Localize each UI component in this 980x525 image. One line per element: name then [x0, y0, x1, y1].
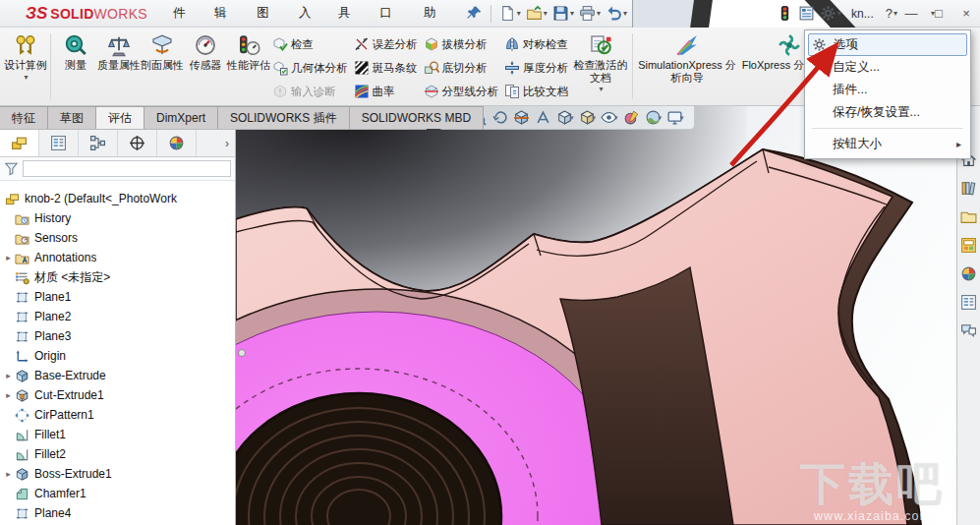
commandmanager-tab[interactable]: SOLIDWORKS MBD [349, 106, 484, 129]
tree-item[interactable]: Plane4 [2, 503, 235, 523]
undo-icon [605, 5, 622, 22]
menu-item-options[interactable]: 选项 [808, 33, 967, 56]
save-button[interactable]: ▾ [550, 3, 576, 24]
check-active-document-button[interactable]: 检查激活的文档▾ [572, 29, 629, 103]
undercut-analysis-button[interactable]: 底切分析 [422, 56, 503, 80]
open-document-button[interactable]: ▾ [524, 3, 549, 24]
file-properties-icon [798, 5, 815, 22]
chevron-down-icon: ▾ [517, 9, 521, 18]
parting-line-analysis-button[interactable]: 分型线分析 [422, 80, 503, 103]
compare-documents-button[interactable]: 比较文档 [502, 80, 572, 103]
menu-item-add-ins[interactable]: 插件... [808, 79, 967, 101]
apply-scene-button[interactable]: ▾ [645, 109, 663, 126]
sensor-button[interactable]: 传感器 [184, 29, 227, 103]
deviation-analysis-button[interactable]: 误差分析 [352, 32, 422, 56]
custom-properties-button[interactable] [959, 292, 979, 312]
appearances-scenes-button[interactable] [959, 263, 979, 283]
edit-appearance-button[interactable] [623, 109, 640, 126]
tree-item[interactable]: ▸Cut-Extrude1 [2, 385, 235, 405]
expand-arrow-icon[interactable]: ▸ [2, 469, 15, 479]
panel-splitter-handle[interactable] [238, 349, 246, 357]
close-button[interactable]: × [952, 1, 980, 27]
rebuild-traffic-light-button[interactable] [775, 3, 795, 24]
mass-properties-button[interactable]: 质量属性 [97, 29, 141, 103]
options-gear-button[interactable]: ▾ [818, 3, 843, 24]
view-palette-button[interactable] [959, 235, 979, 255]
tree-item[interactable]: ▸Boss-Extrude1 [2, 464, 235, 484]
draft-analysis-button[interactable]: 拔模分析 [422, 32, 503, 56]
geometry-analysis-button[interactable]: 几何体分析 [270, 56, 352, 80]
commandmanager-tab[interactable]: 评估 [95, 106, 144, 129]
tree-item-root[interactable]: knob-2 (Default<_PhotoWork [2, 189, 235, 208]
tree-filter-row [0, 157, 235, 181]
menu-item-save-restore-settings[interactable]: 保存/恢复设置... [808, 101, 967, 124]
maximize-button[interactable]: □ [925, 1, 952, 27]
file-explorer-button[interactable] [959, 206, 979, 226]
minimize-button[interactable]: — [897, 1, 925, 27]
new-document-button[interactable]: ▾ [497, 3, 523, 24]
undo-button[interactable]: ▾ [604, 3, 629, 24]
menu-item-button-size[interactable]: 按钮大小▸ [808, 133, 967, 155]
dimxpertmanager-icon [129, 135, 145, 151]
section-properties-button[interactable]: 剖面属性 [141, 29, 184, 103]
design-study-button[interactable]: 设计算例▾ [4, 29, 47, 103]
tree-filter-input[interactable] [23, 160, 231, 177]
chevron-down-icon: ▾ [570, 9, 574, 18]
commandmanager-tab[interactable]: 草图 [47, 106, 96, 129]
chevron-down-icon: ▾ [597, 9, 601, 18]
help-button[interactable]: ?▾ [886, 6, 897, 21]
panel-tab-featuremanager[interactable] [0, 130, 39, 156]
pin-button[interactable] [464, 3, 485, 24]
solidworks-forum-button[interactable] [959, 321, 979, 340]
view-settings-button[interactable]: ▾ [666, 109, 684, 126]
zebra-stripes-button[interactable]: 斑马条纹 [352, 56, 422, 80]
panel-tab-configurationmanager[interactable] [79, 130, 118, 156]
solidworks-forum-icon [960, 322, 977, 339]
expand-arrow-icon[interactable]: ▸ [2, 253, 15, 262]
menu-item-customize[interactable]: 自定义... [808, 56, 967, 79]
tree-item[interactable]: Origin [2, 346, 235, 366]
expand-arrow-icon[interactable]: ▸ [2, 371, 15, 380]
tree-item[interactable]: 材质 <未指定> [2, 267, 235, 287]
tree-item[interactable]: ▸Annotations [2, 248, 235, 267]
thickness-analysis-button[interactable]: 厚度分析 [502, 56, 572, 80]
file-properties-button[interactable] [796, 3, 817, 24]
commandmanager-tab[interactable]: SOLIDWORKS 插件 [217, 106, 350, 129]
commandmanager-tab[interactable]: DimXpert [144, 106, 218, 129]
panel-tabs-overflow-button[interactable]: › [219, 130, 235, 156]
simulationxpress-button[interactable]: SimulationXpress 分析向导 [636, 29, 738, 103]
chevron-down-icon: ▾ [599, 85, 603, 93]
expand-arrow-icon[interactable]: ▸ [2, 390, 15, 400]
section-view-button[interactable] [513, 109, 530, 126]
panel-tab-propertymanager[interactable] [39, 130, 79, 156]
performance-evaluation-button[interactable]: 性能评估 [227, 29, 270, 103]
design-library-button[interactable] [959, 178, 979, 198]
print-button[interactable]: ▾ [577, 3, 603, 24]
hide-show-items-button[interactable]: ▾ [601, 109, 618, 126]
graphics-viewport[interactable]: ▾▾▾▾▾ 下载吧 www.xiazaiba.com [236, 106, 956, 525]
display-style-button[interactable]: ▾ [579, 109, 597, 126]
annotation-view-button[interactable] [535, 109, 551, 126]
panel-tab-displaymanager[interactable] [157, 130, 197, 156]
previous-view-button[interactable] [491, 109, 508, 126]
commandmanager-tab[interactable]: 特征 [0, 106, 48, 129]
tree-item[interactable]: History [2, 208, 235, 228]
curvature-button[interactable]: 曲率 [352, 80, 422, 103]
tree-item[interactable]: Plane3 [2, 326, 235, 346]
chevron-down-icon: ▾ [659, 114, 663, 122]
tree-item[interactable]: CirPattern1 [2, 405, 235, 425]
tree-item[interactable]: Fillet1 [2, 425, 235, 444]
ds-logo-icon: ЗS [26, 4, 47, 24]
check-button[interactable]: 检查 [270, 32, 352, 56]
tree-item[interactable]: Fillet2 [2, 444, 235, 464]
measure-button[interactable]: 测量 [54, 29, 97, 103]
tree-item[interactable]: Chamfer1 [2, 484, 235, 503]
document-title: kn... [851, 7, 874, 21]
view-orientation-button[interactable]: ▾ [556, 109, 574, 126]
tree-item[interactable]: Sensors [2, 228, 235, 248]
symmetry-check-button[interactable]: 对称检查 [502, 32, 572, 56]
tree-item[interactable]: ▸Base-Extrude [2, 366, 235, 385]
panel-tab-dimxpertmanager[interactable] [118, 130, 157, 156]
tree-item[interactable]: Plane2 [2, 307, 235, 326]
tree-item[interactable]: Plane1 [2, 287, 235, 307]
